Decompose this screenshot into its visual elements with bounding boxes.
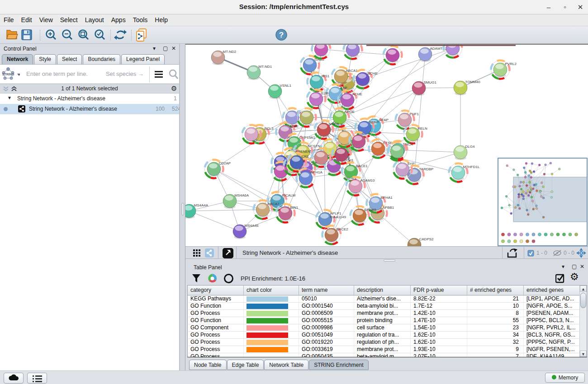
menu-select[interactable]: Select [57, 14, 81, 25]
table-row[interactable]: GO ProcessGO:0051049regulation of tra...… [188, 332, 587, 339]
detach-view-icon[interactable] [223, 248, 233, 258]
tab-node-table[interactable]: Node Table [189, 360, 227, 370]
network-node[interactable]: VSNL1 [268, 84, 291, 99]
tab-style[interactable]: Style [34, 54, 56, 64]
network-node[interactable] [312, 45, 330, 59]
menu-tools[interactable]: Tools [129, 14, 152, 25]
column-header[interactable]: # enriched genes [467, 286, 524, 295]
zoom-out-icon[interactable] [61, 28, 74, 42]
network-node[interactable] [312, 148, 331, 167]
settings-gear-icon[interactable]: ⚙ [570, 271, 579, 283]
string-logo-icon[interactable]: STRING [1, 66, 20, 83]
network-node[interactable]: CADPS2 [408, 237, 434, 246]
clone-network-icon[interactable] [135, 28, 149, 42]
network-node[interactable] [350, 132, 368, 150]
maximize-button[interactable]: ▫ [558, 2, 572, 13]
network-node[interactable]: IL1B [307, 90, 328, 108]
zoom-fit-icon[interactable] [77, 28, 90, 42]
save-session-icon[interactable] [21, 29, 33, 41]
network-node[interactable]: MTHFD1L [449, 164, 479, 182]
panel-close-icon[interactable]: ✕ [171, 45, 176, 52]
network-node[interactable]: TOMM40 [454, 80, 480, 95]
network-node[interactable]: MT-ND2 [211, 50, 237, 65]
tab-network-table[interactable]: Network Table [264, 360, 308, 370]
tree-expander-icon[interactable]: ▼ [7, 95, 12, 100]
open-session-icon[interactable] [5, 29, 19, 41]
zoom-in-icon[interactable] [44, 28, 58, 42]
filter-icon[interactable] [192, 274, 202, 283]
scroll-down-icon[interactable]: ▼ [580, 351, 587, 357]
splitter-handle[interactable] [181, 203, 184, 215]
network-collection-row[interactable]: ▼ String Network - Alzheimer's disease 1 [0, 94, 179, 104]
network-node[interactable]: DLG4 [454, 145, 475, 160]
network-node[interactable]: BIN1 [276, 204, 299, 222]
column-header[interactable]: chart color [244, 286, 299, 295]
table-row[interactable]: GO ComponentGO:0009986cell surface1.54E-… [188, 324, 587, 332]
network-node[interactable] [242, 125, 261, 143]
scroll-thumb[interactable] [580, 293, 586, 308]
horizontal-splitter[interactable] [185, 259, 588, 262]
network-node[interactable]: ADAM10 [346, 177, 375, 195]
tab-legend-panel[interactable]: Legend Panel [121, 54, 165, 64]
network-node[interactable] [332, 145, 351, 164]
tab-network[interactable]: Network [2, 54, 33, 64]
tab-select[interactable]: Select [57, 54, 82, 64]
close-button[interactable]: ✕ [574, 2, 587, 13]
network-node[interactable] [388, 142, 406, 160]
vertical-splitter[interactable] [180, 44, 185, 370]
network-node[interactable]: PVRL2 [491, 61, 517, 79]
menu-file[interactable]: File [0, 14, 18, 25]
panel-float-icon[interactable]: ▢ [163, 45, 168, 52]
network-canvas[interactable]: MT-ND2MT-ND1VSNL1GAB2ADAMTS2PVRL2SMUG1TO… [185, 44, 588, 246]
navigator-icon[interactable] [576, 248, 586, 258]
help-icon[interactable]: ? [275, 28, 288, 41]
network-row-selected[interactable]: String Network - Alzheimer's disease 100… [0, 104, 179, 114]
column-header[interactable]: description [354, 286, 411, 295]
export-network-icon[interactable] [507, 248, 518, 258]
table-row[interactable]: GO ProcessGO:0019220regulation of ph...1… [188, 339, 587, 346]
network-node[interactable]: MS4A4E [233, 224, 259, 239]
scroll-up-icon[interactable]: ▲ [580, 286, 587, 292]
table-row[interactable]: GO FunctionGO:0005515protein binding1.47… [188, 317, 587, 324]
network-node[interactable] [298, 108, 316, 126]
tab-edge-table[interactable]: Edge Table [227, 360, 264, 370]
network-node[interactable] [443, 45, 462, 58]
zoom-selected-icon[interactable] [93, 28, 107, 42]
panel-float-icon[interactable]: ▢ [572, 263, 577, 270]
table-row[interactable]: GO ProcessGO:0006509membrane prot...1.42… [188, 310, 587, 317]
minimize-button[interactable]: – [542, 2, 555, 13]
panel-close-icon[interactable]: ✕ [580, 263, 584, 270]
network-node[interactable] [384, 46, 402, 64]
table-row[interactable]: KEGG Pathways05010Alzheimer's dise...8.8… [188, 295, 587, 303]
menu-view[interactable]: View [36, 14, 57, 25]
chart-color-icon[interactable] [207, 273, 218, 284]
column-header[interactable]: enriched genes [524, 286, 580, 295]
table-row[interactable]: GO ProcessGO:0050435beta-amyloid m...2.0… [188, 353, 587, 357]
network-options-gear-icon[interactable]: ⚙ [171, 84, 177, 93]
menu-layout[interactable]: Layout [81, 14, 108, 25]
share-view-icon[interactable] [205, 248, 214, 258]
panel-menu-icon[interactable]: ▾ [562, 263, 564, 270]
table-row[interactable]: GO FunctionGO:0001540beta-amyloid bi...1… [188, 303, 587, 310]
network-node[interactable]: RELN [404, 125, 428, 144]
panel-menu-icon[interactable]: ▾ [153, 45, 156, 52]
memory-button[interactable]: Memory [545, 373, 585, 383]
refresh-icon[interactable] [114, 29, 127, 41]
select-columns-icon[interactable] [555, 273, 565, 283]
menu-help[interactable]: Help [151, 14, 171, 25]
menu-edit[interactable]: Edit [18, 14, 36, 25]
tab-string-enrichment[interactable]: STRING Enrichment [309, 360, 368, 370]
task-list-button[interactable] [27, 373, 47, 384]
string-search-icon[interactable] [168, 69, 179, 80]
menu-apps[interactable]: Apps [108, 14, 129, 25]
string-menu-icon[interactable] [154, 70, 165, 80]
column-header[interactable]: FDR p-value [411, 286, 467, 295]
table-scrollbar[interactable]: ▲ ▼ [579, 286, 587, 357]
column-header[interactable]: term name [299, 286, 354, 295]
birds-eye-view[interactable] [498, 158, 588, 246]
grid-view-icon[interactable] [193, 249, 202, 257]
species-hint[interactable]: Set species → [106, 70, 144, 77]
string-query-input[interactable]: Enter one term per line. [26, 70, 88, 77]
tab-boundaries[interactable]: Boundaries [83, 54, 120, 64]
clear-color-icon[interactable] [223, 273, 234, 284]
